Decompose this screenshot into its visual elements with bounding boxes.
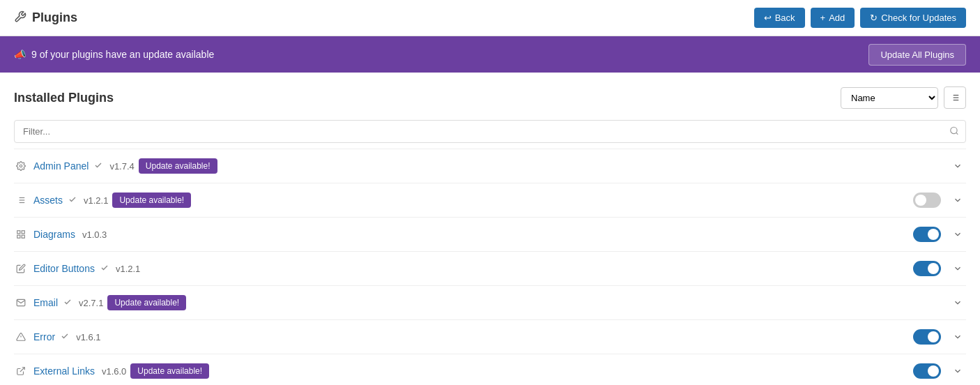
svg-point-8: [20, 165, 22, 167]
update-badge[interactable]: Update available!: [139, 158, 217, 174]
plugin-icon-assets: [14, 193, 28, 207]
plugin-name[interactable]: Editor Buttons: [33, 263, 95, 274]
expand-chevron[interactable]: [949, 158, 966, 174]
svg-rect-16: [22, 231, 24, 234]
check-updates-button[interactable]: ↻ Check for Updates: [860, 8, 966, 28]
plugin-row-info: Editor Buttonsv1.2.1: [33, 263, 908, 274]
expand-chevron[interactable]: [949, 226, 966, 243]
svg-line-7: [956, 133, 958, 135]
plugin-version: v1.2.1: [116, 264, 140, 274]
plugin-toggle[interactable]: [913, 261, 941, 276]
check-updates-label: Check for Updates: [881, 13, 956, 23]
plugin-toggle[interactable]: [913, 329, 941, 345]
update-badge[interactable]: Update available!: [107, 295, 186, 310]
header-left: Plugins: [14, 10, 77, 26]
expand-chevron[interactable]: [949, 294, 966, 311]
installed-plugins-title: Installed Plugins: [14, 91, 114, 105]
expand-chevron[interactable]: [949, 260, 966, 277]
page-header: Plugins ↩ Back + Add ↻ Check for Updates: [0, 0, 980, 36]
plugin-row-info: Errorv1.6.1: [33, 331, 908, 342]
plugin-icon: [14, 10, 26, 26]
svg-rect-15: [17, 231, 20, 234]
plugin-version: v1.7.4: [109, 161, 134, 172]
plugin-icon-admin-panel: [14, 159, 28, 173]
plugin-row-right: [913, 226, 966, 243]
back-label: Back: [775, 13, 795, 23]
plugin-version: v1.0.3: [82, 229, 107, 240]
svg-rect-17: [22, 235, 24, 238]
sort-order-button[interactable]: [944, 86, 966, 109]
verified-icon: [94, 161, 102, 172]
plugin-row-right: [913, 260, 966, 277]
plugin-row: External Linksv1.6.0Update available!: [14, 354, 966, 385]
plugin-name[interactable]: Email: [33, 297, 58, 308]
filter-input-wrap: [14, 120, 966, 143]
expand-chevron[interactable]: [949, 192, 966, 209]
plugin-row-info: Emailv2.7.1Update available!: [33, 295, 944, 310]
plugin-icon-external-links: [14, 364, 28, 378]
plugin-row-info: External Linksv1.6.0Update available!: [33, 363, 908, 379]
plugin-row-right: [913, 363, 966, 379]
filter-row: [14, 120, 966, 143]
add-button[interactable]: + Add: [811, 8, 855, 28]
plugin-row: Errorv1.6.1: [14, 320, 966, 354]
plugin-name[interactable]: Error: [33, 331, 55, 342]
plugin-toggle[interactable]: [913, 363, 941, 379]
megaphone-icon: 📣: [14, 49, 26, 60]
svg-line-21: [20, 368, 24, 372]
plugin-toggle[interactable]: [913, 192, 941, 208]
update-all-button[interactable]: Update All Plugins: [868, 44, 966, 66]
plugin-row-right: [949, 294, 966, 311]
sort-icon: [950, 93, 960, 103]
plugin-icon-email: [14, 296, 28, 310]
add-icon: +: [820, 13, 826, 23]
plugin-version: v1.6.1: [76, 332, 100, 342]
update-badge[interactable]: Update available!: [112, 192, 191, 208]
plugin-icon-error: [14, 330, 28, 344]
plugin-row-right: [913, 192, 966, 209]
plugin-icon-diagrams: [14, 227, 28, 241]
plugin-row: Editor Buttonsv1.2.1: [14, 252, 966, 286]
filter-input[interactable]: [14, 120, 966, 143]
update-banner: 📣 9 of your plugins have an update avail…: [0, 36, 980, 73]
verified-icon: [100, 264, 109, 274]
plugin-version: v1.6.0: [102, 366, 126, 377]
plugin-name[interactable]: Diagrams: [33, 229, 75, 240]
back-icon: ↩: [764, 13, 772, 23]
expand-chevron[interactable]: [949, 363, 966, 379]
svg-point-6: [951, 127, 957, 133]
verified-icon: [68, 195, 77, 206]
page-title: Plugins: [32, 10, 77, 25]
expand-chevron[interactable]: [949, 329, 966, 345]
sort-select[interactable]: Name Author Version: [841, 87, 938, 109]
plugin-name[interactable]: Assets: [33, 195, 63, 206]
plugin-icon-editor-buttons: [14, 262, 28, 275]
header-actions: ↩ Back + Add ↻ Check for Updates: [754, 8, 966, 28]
plugin-version: v1.2.1: [84, 195, 108, 206]
plugin-row-right: [949, 158, 966, 174]
plugin-name[interactable]: External Links: [33, 365, 95, 377]
plugin-row-info: Assetsv1.2.1Update available!: [33, 192, 908, 208]
plugin-version: v2.7.1: [79, 298, 103, 308]
svg-rect-18: [17, 235, 20, 238]
plugin-name[interactable]: Admin Panel: [33, 160, 89, 172]
plugin-list: Admin Panelv1.7.4Update available!Assets…: [14, 149, 966, 385]
content-header: Installed Plugins Name Author Version: [14, 86, 966, 109]
search-icon: [949, 126, 959, 137]
refresh-icon: ↻: [870, 13, 878, 23]
add-label: Add: [829, 13, 845, 23]
plugin-row-info: Diagramsv1.0.3: [33, 229, 908, 240]
plugin-row-info: Admin Panelv1.7.4Update available!: [33, 158, 944, 174]
plugin-row: Assetsv1.2.1Update available!: [14, 183, 966, 218]
main-content: Installed Plugins Name Author Version Ad…: [0, 73, 980, 385]
back-button[interactable]: ↩ Back: [754, 8, 805, 28]
banner-message: 9 of your plugins have an update availab…: [31, 49, 214, 60]
update-badge[interactable]: Update available!: [130, 363, 209, 379]
verified-icon: [61, 332, 69, 342]
plugin-toggle[interactable]: [913, 227, 941, 242]
verified-icon: [63, 298, 72, 308]
plugin-row: Admin Panelv1.7.4Update available!: [14, 149, 966, 183]
sort-controls: Name Author Version: [841, 86, 966, 109]
banner-left: 📣 9 of your plugins have an update avail…: [14, 49, 214, 60]
plugin-row: Emailv2.7.1Update available!: [14, 286, 966, 320]
